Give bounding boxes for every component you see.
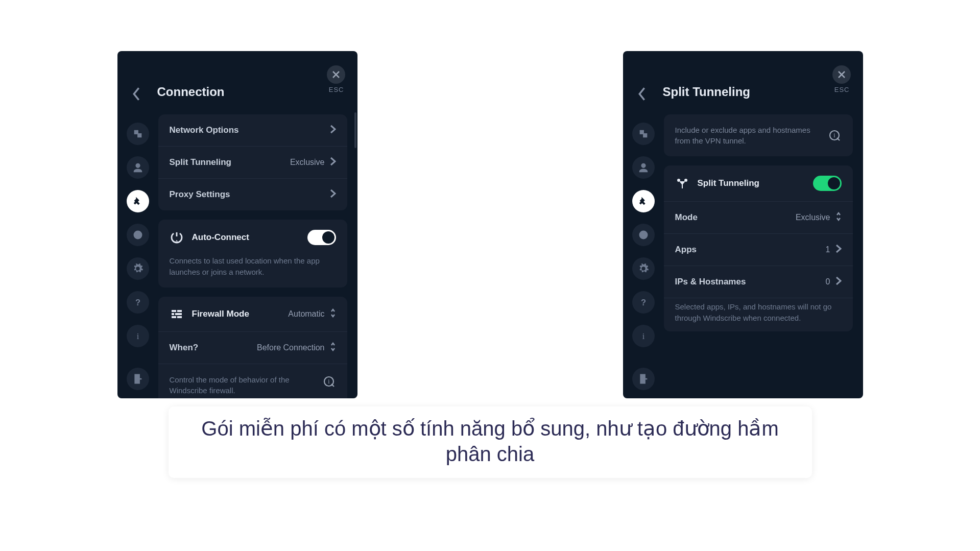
page-title: Connection <box>157 85 225 99</box>
row-value: 0 <box>826 277 830 286</box>
split-toggle-row: Split Tunneling <box>664 165 853 202</box>
esc-label: ESC <box>834 86 850 93</box>
svg-rect-7 <box>172 313 174 315</box>
chevron-right-icon <box>330 189 336 200</box>
chevron-right-icon <box>835 244 842 255</box>
firewall-mode-row[interactable]: Firewall Mode Automatic <box>158 297 347 332</box>
chevron-right-icon <box>835 276 842 288</box>
firewall-when-row[interactable]: When? Before Connection <box>158 332 347 364</box>
auto-connect-card: A Auto-Connect Connects to last used loc… <box>158 220 347 288</box>
row-label: Proxy Settings <box>170 189 230 200</box>
svg-text:i: i <box>328 378 330 385</box>
info-link-icon[interactable]: i <box>827 128 842 142</box>
connection-icon[interactable] <box>632 190 655 212</box>
settings-icon[interactable] <box>127 257 149 280</box>
auto-connect-toggle[interactable] <box>307 230 336 245</box>
row-label: IPs & Hostnames <box>675 277 746 287</box>
svg-rect-10 <box>177 316 182 318</box>
account-icon[interactable] <box>632 156 655 179</box>
logout-icon[interactable] <box>632 368 655 390</box>
svg-point-14 <box>642 234 644 236</box>
row-value: Exclusive <box>796 213 830 222</box>
robert-icon[interactable] <box>632 224 655 246</box>
chevron-right-icon <box>330 157 336 168</box>
about-icon[interactable]: i <box>127 325 149 347</box>
back-button[interactable] <box>637 87 647 103</box>
up-down-icon <box>835 212 842 223</box>
info-link-icon[interactable]: i <box>322 374 336 389</box>
auto-connect-icon: A <box>170 230 184 245</box>
help-icon[interactable]: ? <box>127 291 149 314</box>
row-value: Exclusive <box>290 158 325 167</box>
general-icon[interactable] <box>632 123 655 145</box>
robert-icon[interactable] <box>127 224 149 246</box>
firewall-desc: Control the mode of behavior of the Wind… <box>170 374 302 396</box>
settings-icon[interactable] <box>632 257 655 280</box>
up-down-icon <box>330 342 336 353</box>
account-icon[interactable] <box>127 156 149 179</box>
svg-rect-6 <box>177 310 182 312</box>
network-options-row[interactable]: Network Options <box>158 114 347 147</box>
firewall-icon <box>170 307 184 321</box>
row-label: Network Options <box>170 125 239 135</box>
chevron-right-icon <box>330 125 336 136</box>
row-label: Mode <box>675 212 698 223</box>
svg-point-1 <box>136 234 139 236</box>
ips-row[interactable]: IPs & Hostnames 0 <box>664 266 853 298</box>
svg-text:i: i <box>642 331 644 341</box>
connection-nav-card: Network Options Split Tunneling Exclusiv… <box>158 114 347 210</box>
connection-icon[interactable] <box>127 190 149 212</box>
close-button[interactable] <box>327 65 345 84</box>
sidebar: ? i <box>117 107 158 398</box>
split-settings-card: Split Tunneling Mode Exclusive <box>664 165 853 332</box>
row-label: Auto-Connect <box>192 232 249 243</box>
row-label: Split Tunneling <box>698 178 760 188</box>
back-button[interactable] <box>132 87 141 103</box>
split-tunneling-toggle[interactable] <box>813 176 842 191</box>
firewall-card: Firewall Mode Automatic When? Before Con… <box>158 297 347 398</box>
auto-connect-desc: Connects to last used location when the … <box>158 255 347 288</box>
row-label: When? <box>170 343 199 353</box>
svg-text:?: ? <box>640 297 646 306</box>
split-icon <box>675 176 689 190</box>
close-button[interactable] <box>832 65 851 84</box>
svg-rect-8 <box>175 313 182 315</box>
mode-row[interactable]: Mode Exclusive <box>664 202 853 234</box>
row-label: Split Tunneling <box>170 157 232 167</box>
svg-rect-5 <box>172 310 176 312</box>
page-title: Split Tunneling <box>663 85 751 99</box>
logout-icon[interactable] <box>127 368 149 390</box>
scrollbar[interactable] <box>354 112 356 148</box>
svg-text:A: A <box>175 239 178 244</box>
apps-row[interactable]: Apps 1 <box>664 234 853 266</box>
svg-rect-9 <box>172 316 176 318</box>
connection-panel: ESC Connection <box>117 51 357 398</box>
proxy-settings-row[interactable]: Proxy Settings <box>158 179 347 210</box>
esc-label: ESC <box>329 86 344 93</box>
row-value: Automatic <box>288 309 324 319</box>
split-info-card: Include or exclude apps and hostnames fr… <box>664 114 853 156</box>
info-text: Include or exclude apps and hostnames fr… <box>675 125 819 146</box>
svg-text:i: i <box>136 331 139 341</box>
up-down-icon <box>330 308 336 320</box>
sidebar: ? i <box>623 107 664 398</box>
help-icon[interactable]: ? <box>632 291 655 314</box>
row-label: Firewall Mode <box>192 309 249 319</box>
split-tunneling-panel: ESC Split Tunneling <box>623 51 863 398</box>
split-tunneling-row[interactable]: Split Tunneling Exclusive <box>158 147 347 179</box>
caption: Gói miễn phí có một số tính năng bổ sung… <box>169 406 812 478</box>
row-label: Apps <box>675 245 697 255</box>
caption-text: Gói miễn phí có một số tính năng bổ sung… <box>201 417 778 465</box>
split-footnote: Selected apps, IPs, and hostnames will n… <box>664 298 853 332</box>
general-icon[interactable] <box>127 123 149 145</box>
svg-text:i: i <box>833 132 835 139</box>
row-value: Before Connection <box>257 343 325 352</box>
about-icon[interactable]: i <box>632 325 655 347</box>
svg-text:?: ? <box>135 297 140 306</box>
row-value: 1 <box>826 245 830 254</box>
